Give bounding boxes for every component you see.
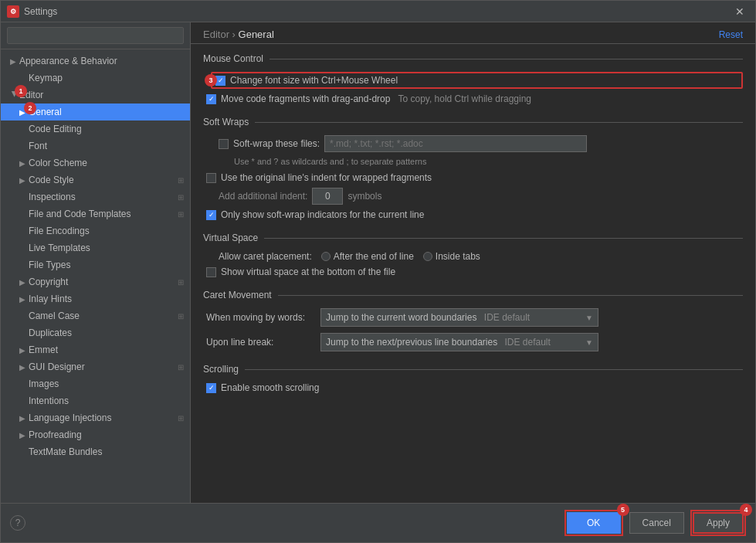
badge-3: 3 [205, 74, 217, 87]
panel-content: Mouse Control 3 Change font size with Ct… [191, 44, 755, 503]
soft-wrap-files-row: Soft-wrap these files: [203, 135, 743, 152]
caret-movement-section: Caret Movement When moving by words: Jum… [203, 290, 743, 351]
line-break-dropdown[interactable]: Jump to the next/previous line boundarie… [320, 333, 598, 351]
line-break-value: Jump to the next/previous line boundarie… [326, 337, 551, 348]
show-virtual-checkbox[interactable] [206, 267, 216, 277]
sidebar-item-general[interactable]: ▶ General 2 [1, 104, 190, 120]
after-end-radio[interactable] [321, 252, 331, 261]
breadcrumb-current: General [239, 29, 274, 40]
footer: ? 5 OK Cancel 4 Apply [1, 503, 755, 542]
add-indent-label: Add additional indent: [219, 191, 307, 202]
sidebar-item-appearance[interactable]: ▶ Appearance & Behavior [1, 53, 190, 70]
main-panel: Editor › General Reset Mouse Control 3 [191, 22, 755, 503]
help-button[interactable]: ? [10, 515, 25, 531]
virtual-space-title: Virtual Space [203, 232, 258, 243]
change-font-size-label: Change font size with Ctrl+Mouse Wheel [230, 75, 398, 86]
inside-tabs-label: Inside tabs [436, 251, 480, 262]
chevron-right-icon-copyright: ▶ [19, 278, 29, 287]
settings-icon-lang: ⊞ [178, 414, 184, 423]
sidebar-item-language-injections[interactable]: ▶ Language Injections ⊞ [1, 409, 190, 426]
only-show-checkbox[interactable] [206, 210, 216, 220]
soft-wrap-hint: Use * and ? as wildcards and ; to separa… [203, 157, 743, 166]
symbols-label: symbols [347, 191, 381, 202]
soft-wraps-divider: Soft Wraps [203, 117, 743, 127]
editor-badge: 1 [15, 85, 27, 97]
sidebar-item-inspections[interactable]: Inspections ⊞ [1, 188, 190, 205]
sidebar-item-file-code-templates[interactable]: File and Code Templates ⊞ [1, 205, 190, 222]
add-indent-input[interactable] [312, 188, 343, 205]
soft-wrap-input[interactable] [324, 135, 587, 152]
settings-icon-copyright: ⊞ [178, 278, 184, 287]
reset-link[interactable]: Reset [719, 29, 743, 40]
ok-border-highlight: OK [564, 510, 623, 536]
scrolling-section: Scrolling Enable smooth scrolling [203, 364, 743, 393]
sidebar-item-images[interactable]: Images [1, 375, 190, 392]
caret-placement-row: Allow caret placement: After the end of … [203, 251, 743, 262]
inside-tabs-radio[interactable] [423, 252, 432, 261]
close-button[interactable]: ✕ [731, 4, 749, 19]
panel-header: Editor › General Reset [191, 22, 755, 44]
enable-smooth-checkbox[interactable] [206, 383, 216, 393]
use-indent-checkbox[interactable] [206, 173, 216, 183]
sidebar-item-inlay-hints[interactable]: ▶ Inlay Hints [1, 290, 190, 307]
enable-smooth-row: Enable smooth scrolling [203, 382, 743, 393]
sidebar-item-keymap[interactable]: Keymap [1, 70, 190, 87]
caret-placement-label: Allow caret placement: [219, 251, 312, 262]
sidebar-item-duplicates[interactable]: Duplicates [1, 324, 190, 341]
enable-smooth-label: Enable smooth scrolling [221, 382, 319, 393]
title-bar-left: ⚙ Settings [7, 5, 57, 18]
chevron-right-icon-lang: ▶ [19, 414, 29, 423]
soft-wraps-section: Soft Wraps Soft-wrap these files: Use * … [203, 117, 743, 220]
sidebar-item-intentions[interactable]: Intentions [1, 392, 190, 409]
soft-wrap-label: Soft-wrap these files: [233, 138, 320, 149]
sidebar-item-color-scheme[interactable]: ▶ Color Scheme [1, 154, 190, 171]
inside-tabs-option[interactable]: Inside tabs [423, 251, 480, 262]
mouse-control-section: Mouse Control 3 Change font size with Ct… [203, 53, 743, 104]
apply-button[interactable]: Apply [693, 512, 744, 534]
sidebar-item-editor[interactable]: ▶ Editor 1 [1, 87, 190, 104]
use-indent-row: Use the original line's indent for wrapp… [203, 172, 743, 183]
line-break-row: Upon line break: Jump to the next/previo… [203, 333, 743, 351]
sidebar-item-font[interactable]: Font [1, 137, 190, 154]
settings-icon-file-templates: ⊞ [178, 210, 184, 219]
chevron-right-icon-inlay: ▶ [19, 295, 29, 304]
caret-movement-title: Caret Movement [203, 290, 272, 300]
sidebar-item-file-types[interactable]: File Types [1, 256, 190, 273]
tree: ▶ Appearance & Behavior Keymap ▶ Editor … [1, 49, 190, 503]
settings-icon-inspections: ⊞ [178, 193, 184, 202]
sidebar-item-file-encodings[interactable]: File Encodings [1, 222, 190, 239]
sidebar-item-textmate[interactable]: TextMate Bundles [1, 443, 190, 460]
sidebar-item-camel-case[interactable]: Camel Case ⊞ [1, 307, 190, 324]
section-line-4 [278, 295, 743, 296]
chevron-right-icon: ▶ [10, 57, 19, 66]
line-break-label: Upon line break: [206, 337, 314, 348]
sidebar-item-emmet[interactable]: ▶ Emmet [1, 341, 190, 358]
soft-wraps-title: Soft Wraps [203, 117, 249, 127]
move-code-row: Move code fragments with drag-and-drop T… [203, 93, 743, 104]
sidebar-item-proofreading[interactable]: ▶ Proofreading [1, 426, 190, 443]
sidebar-item-code-style[interactable]: ▶ Code Style ⊞ [1, 171, 190, 188]
section-line-5 [245, 369, 743, 370]
section-line-3 [264, 238, 743, 239]
sidebar-item-code-editing[interactable]: Code Editing [1, 120, 190, 137]
moving-words-dropdown[interactable]: Jump to the current word boundaries IDE … [320, 308, 598, 327]
sidebar-item-gui-designer[interactable]: ▶ GUI Designer ⊞ [1, 358, 190, 375]
add-indent-row: Add additional indent: symbols [203, 188, 743, 205]
sidebar-item-copyright[interactable]: ▶ Copyright ⊞ [1, 273, 190, 290]
badge-4: 4 [740, 504, 752, 516]
mouse-control-divider: Mouse Control [203, 53, 743, 64]
app-icon: ⚙ [7, 5, 19, 18]
ok-button[interactable]: OK [567, 512, 621, 534]
section-line [270, 59, 743, 59]
cancel-button[interactable]: Cancel [629, 512, 684, 534]
after-end-option[interactable]: After the end of line [321, 251, 414, 262]
show-virtual-label: Show virtual space at the bottom of the … [221, 266, 395, 277]
breadcrumb: Editor › General [203, 29, 274, 40]
sidebar-item-live-templates[interactable]: Live Templates [1, 239, 190, 256]
move-code-checkbox[interactable] [206, 94, 216, 104]
use-indent-label: Use the original line's indent for wrapp… [221, 172, 432, 183]
sidebar: ▶ Appearance & Behavior Keymap ▶ Editor … [1, 22, 191, 503]
search-input[interactable] [7, 27, 184, 44]
soft-wrap-checkbox[interactable] [219, 139, 229, 149]
section-line-2 [255, 122, 743, 123]
